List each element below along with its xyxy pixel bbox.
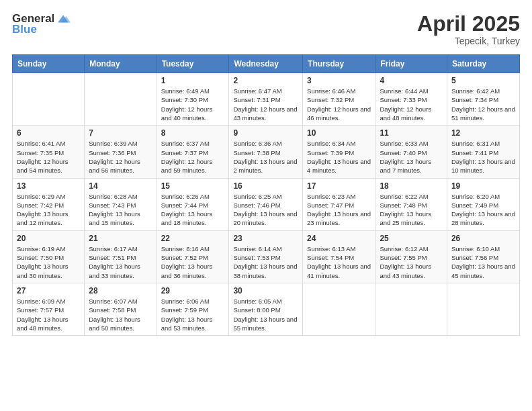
day-number: 7 [89,128,152,138]
day-number: 29 [161,286,225,295]
calendar-cell: 16Sunrise: 6:25 AMSunset: 7:46 PMDayligh… [229,178,303,230]
day-header-saturday: Saturday [447,55,519,73]
day-info: Sunrise: 6:17 AMSunset: 7:51 PMDaylight:… [89,244,152,280]
day-number: 9 [233,128,298,138]
day-header-tuesday: Tuesday [157,55,229,73]
calendar-cell: 5Sunrise: 6:42 AMSunset: 7:34 PMDaylight… [447,73,519,126]
calendar-cell: 26Sunrise: 6:10 AMSunset: 7:56 PMDayligh… [447,230,519,283]
title-area: April 2025 Tepecik, Turkey [417,12,520,46]
day-info: Sunrise: 6:42 AMSunset: 7:34 PMDaylight:… [451,87,515,122]
calendar-cell [85,73,157,126]
logo-icon [56,13,71,25]
day-number: 26 [451,234,515,243]
day-info: Sunrise: 6:41 AMSunset: 7:35 PMDaylight:… [17,139,80,175]
calendar-cell [13,73,85,126]
day-number: 19 [451,181,515,191]
day-info: Sunrise: 6:25 AMSunset: 7:46 PMDaylight:… [233,192,298,228]
week-row: 6Sunrise: 6:41 AMSunset: 7:35 PMDaylight… [13,126,520,178]
page: General Blue April 2025 Tepecik, Turkey … [0,0,532,411]
day-number: 25 [380,234,442,243]
calendar-cell: 2Sunrise: 6:47 AMSunset: 7:31 PMDaylight… [229,73,303,126]
calendar-cell: 20Sunrise: 6:19 AMSunset: 7:50 PMDayligh… [13,230,85,283]
day-number: 12 [451,128,515,138]
day-info: Sunrise: 6:16 AMSunset: 7:52 PMDaylight:… [161,244,225,280]
day-number: 5 [451,76,515,85]
day-number: 27 [17,286,80,295]
calendar-cell: 8Sunrise: 6:37 AMSunset: 7:37 PMDaylight… [157,126,229,178]
day-info: Sunrise: 6:13 AMSunset: 7:54 PMDaylight:… [307,244,371,280]
calendar-cell: 24Sunrise: 6:13 AMSunset: 7:54 PMDayligh… [303,230,375,283]
day-info: Sunrise: 6:28 AMSunset: 7:43 PMDaylight:… [89,192,152,228]
calendar-cell: 30Sunrise: 6:05 AMSunset: 8:00 PMDayligh… [229,283,303,335]
day-info: Sunrise: 6:26 AMSunset: 7:44 PMDaylight:… [161,192,225,228]
day-number: 24 [307,234,371,243]
day-number: 15 [161,181,225,191]
calendar-cell: 3Sunrise: 6:46 AMSunset: 7:32 PMDaylight… [303,73,375,126]
day-number: 1 [161,76,225,85]
calendar-cell [303,283,375,335]
calendar-cell: 4Sunrise: 6:44 AMSunset: 7:33 PMDaylight… [375,73,447,126]
day-number: 23 [233,234,298,243]
week-row: 20Sunrise: 6:19 AMSunset: 7:50 PMDayligh… [13,230,520,283]
day-number: 18 [380,181,442,191]
day-info: Sunrise: 6:39 AMSunset: 7:36 PMDaylight:… [89,139,152,175]
day-header-sunday: Sunday [13,55,85,73]
subtitle: Tepecik, Turkey [417,36,520,46]
calendar-cell: 21Sunrise: 6:17 AMSunset: 7:51 PMDayligh… [85,230,157,283]
day-info: Sunrise: 6:06 AMSunset: 7:59 PMDaylight:… [161,297,225,332]
calendar-cell: 18Sunrise: 6:22 AMSunset: 7:48 PMDayligh… [375,178,447,230]
calendar-cell: 17Sunrise: 6:23 AMSunset: 7:47 PMDayligh… [303,178,375,230]
calendar-cell: 12Sunrise: 6:31 AMSunset: 7:41 PMDayligh… [447,126,519,178]
calendar-cell: 23Sunrise: 6:14 AMSunset: 7:53 PMDayligh… [229,230,303,283]
day-number: 3 [307,76,371,85]
day-header-wednesday: Wednesday [229,55,303,73]
day-info: Sunrise: 6:29 AMSunset: 7:42 PMDaylight:… [17,192,80,228]
calendar-cell: 15Sunrise: 6:26 AMSunset: 7:44 PMDayligh… [157,178,229,230]
calendar-cell: 19Sunrise: 6:20 AMSunset: 7:49 PMDayligh… [447,178,519,230]
calendar-cell: 10Sunrise: 6:34 AMSunset: 7:39 PMDayligh… [303,126,375,178]
calendar-cell: 22Sunrise: 6:16 AMSunset: 7:52 PMDayligh… [157,230,229,283]
calendar-cell: 14Sunrise: 6:28 AMSunset: 7:43 PMDayligh… [85,178,157,230]
day-number: 14 [89,181,152,191]
calendar-cell [375,283,447,335]
header: General Blue April 2025 Tepecik, Turkey [12,12,520,46]
day-number: 30 [233,286,298,295]
day-number: 21 [89,234,152,243]
day-number: 2 [233,76,298,85]
calendar-cell: 6Sunrise: 6:41 AMSunset: 7:35 PMDaylight… [13,126,85,178]
week-row: 13Sunrise: 6:29 AMSunset: 7:42 PMDayligh… [13,178,520,230]
day-info: Sunrise: 6:20 AMSunset: 7:49 PMDaylight:… [451,192,515,228]
week-row: 27Sunrise: 6:09 AMSunset: 7:57 PMDayligh… [13,283,520,335]
calendar-cell: 1Sunrise: 6:49 AMSunset: 7:30 PMDaylight… [157,73,229,126]
day-info: Sunrise: 6:22 AMSunset: 7:48 PMDaylight:… [380,192,442,228]
day-number: 22 [161,234,225,243]
calendar-cell: 9Sunrise: 6:36 AMSunset: 7:38 PMDaylight… [229,126,303,178]
day-info: Sunrise: 6:37 AMSunset: 7:37 PMDaylight:… [161,139,225,175]
logo-blue: Blue [12,23,37,36]
day-number: 11 [380,128,442,138]
day-info: Sunrise: 6:14 AMSunset: 7:53 PMDaylight:… [233,244,298,280]
month-title: April 2025 [417,12,520,36]
day-number: 17 [307,181,371,191]
day-number: 10 [307,128,371,138]
header-row: SundayMondayTuesdayWednesdayThursdayFrid… [13,55,520,73]
logo: General Blue [12,12,71,36]
day-header-friday: Friday [375,55,447,73]
day-info: Sunrise: 6:34 AMSunset: 7:39 PMDaylight:… [307,139,371,175]
calendar-cell: 11Sunrise: 6:33 AMSunset: 7:40 PMDayligh… [375,126,447,178]
day-info: Sunrise: 6:07 AMSunset: 7:58 PMDaylight:… [89,297,152,332]
day-info: Sunrise: 6:33 AMSunset: 7:40 PMDaylight:… [380,139,442,175]
day-number: 8 [161,128,225,138]
day-number: 16 [233,181,298,191]
day-info: Sunrise: 6:19 AMSunset: 7:50 PMDaylight:… [17,244,80,280]
day-info: Sunrise: 6:46 AMSunset: 7:32 PMDaylight:… [307,87,371,122]
day-info: Sunrise: 6:47 AMSunset: 7:31 PMDaylight:… [233,87,298,122]
calendar-cell: 25Sunrise: 6:12 AMSunset: 7:55 PMDayligh… [375,230,447,283]
day-info: Sunrise: 6:49 AMSunset: 7:30 PMDaylight:… [161,87,225,122]
calendar-cell: 29Sunrise: 6:06 AMSunset: 7:59 PMDayligh… [157,283,229,335]
week-row: 1Sunrise: 6:49 AMSunset: 7:30 PMDaylight… [13,73,520,126]
day-info: Sunrise: 6:05 AMSunset: 8:00 PMDaylight:… [233,297,298,332]
calendar: SundayMondayTuesdayWednesdayThursdayFrid… [12,54,520,336]
day-info: Sunrise: 6:31 AMSunset: 7:41 PMDaylight:… [451,139,515,175]
day-info: Sunrise: 6:36 AMSunset: 7:38 PMDaylight:… [233,139,298,175]
